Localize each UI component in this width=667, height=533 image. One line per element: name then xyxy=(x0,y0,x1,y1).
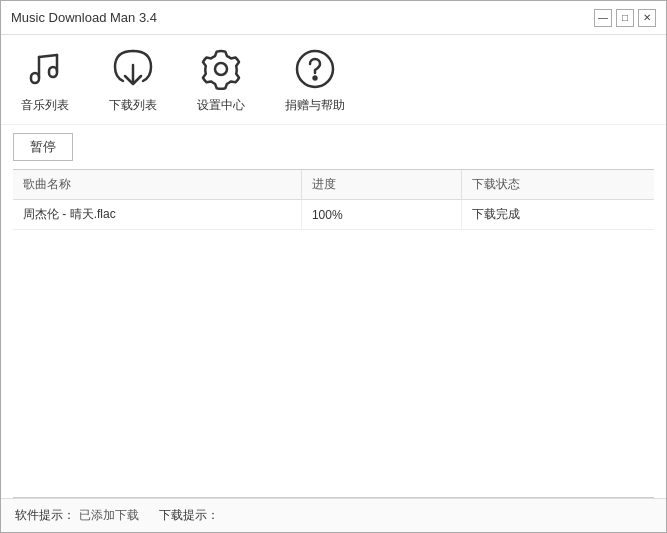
toolbar: 音乐列表 下载列表 设置中心 xyxy=(1,35,666,125)
music-icon xyxy=(21,45,69,93)
software-tip-label: 软件提示： xyxy=(15,507,75,524)
download-icon xyxy=(109,45,157,93)
svg-line-4 xyxy=(39,55,57,57)
col-header-name: 歌曲名称 xyxy=(13,170,301,200)
toolbar-item-donate-help[interactable]: 捐赠与帮助 xyxy=(285,45,345,114)
toolbar-item-music-list[interactable]: 音乐列表 xyxy=(21,45,69,114)
svg-point-6 xyxy=(215,63,227,75)
help-icon xyxy=(291,45,339,93)
cell-progress: 100% xyxy=(301,200,461,230)
toolbar-item-download-list[interactable]: 下载列表 xyxy=(109,45,157,114)
gear-icon xyxy=(197,45,245,93)
title-bar: Music Download Man 3.4 — □ ✕ xyxy=(1,1,666,35)
download-table: 歌曲名称 进度 下载状态 周杰伦 - 晴天.flac 100% 下载完成 xyxy=(13,170,654,230)
action-bar: 暂停 xyxy=(1,125,666,169)
table-row[interactable]: 周杰伦 - 晴天.flac 100% 下载完成 xyxy=(13,200,654,230)
table-header-row: 歌曲名称 进度 下载状态 xyxy=(13,170,654,200)
svg-point-8 xyxy=(314,77,317,80)
col-header-status: 下载状态 xyxy=(462,170,654,200)
download-tip: 下载提示： xyxy=(159,507,223,524)
maximize-button[interactable]: □ xyxy=(616,9,634,27)
download-table-container: 歌曲名称 进度 下载状态 周杰伦 - 晴天.flac 100% 下载完成 xyxy=(13,169,654,498)
cell-name: 周杰伦 - 晴天.flac xyxy=(13,200,301,230)
minimize-button[interactable]: — xyxy=(594,9,612,27)
cell-status: 下载完成 xyxy=(462,200,654,230)
download-tip-label: 下载提示： xyxy=(159,507,219,524)
toolbar-label-donate-help: 捐赠与帮助 xyxy=(285,97,345,114)
main-window: Music Download Man 3.4 — □ ✕ 音乐列表 xyxy=(0,0,667,533)
col-header-progress: 进度 xyxy=(301,170,461,200)
close-button[interactable]: ✕ xyxy=(638,9,656,27)
toolbar-label-music-list: 音乐列表 xyxy=(21,97,69,114)
pause-button[interactable]: 暂停 xyxy=(13,133,73,161)
status-bar: 软件提示： 已添加下载 下载提示： xyxy=(1,498,666,532)
toolbar-label-download-list: 下载列表 xyxy=(109,97,157,114)
toolbar-item-settings[interactable]: 设置中心 xyxy=(197,45,245,114)
window-title: Music Download Man 3.4 xyxy=(11,10,594,25)
toolbar-label-settings: 设置中心 xyxy=(197,97,245,114)
software-tip-value: 已添加下载 xyxy=(79,507,139,524)
software-tip: 软件提示： 已添加下载 xyxy=(15,507,139,524)
window-controls: — □ ✕ xyxy=(594,9,656,27)
